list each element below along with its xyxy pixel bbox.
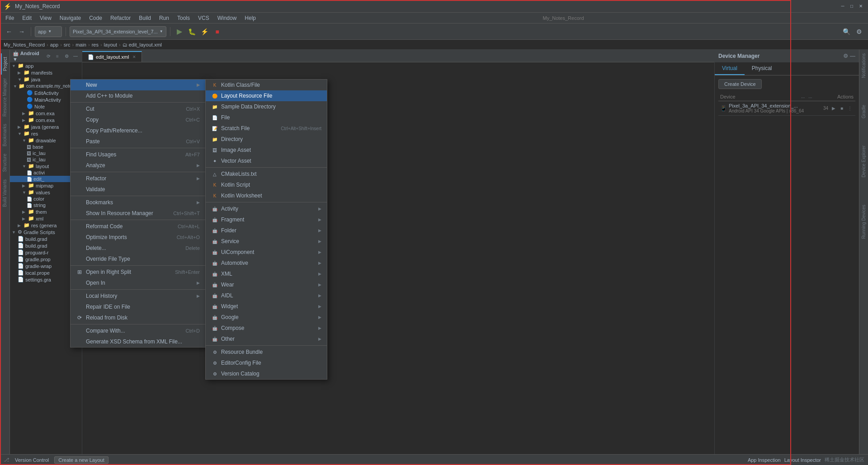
sub-widget[interactable]: 🤖Widget ▶ [206, 301, 327, 312]
sub-file[interactable]: 📄File [206, 112, 327, 123]
maximize-button[interactable]: □ [848, 3, 855, 10]
structure-tab[interactable]: Structure [1, 150, 8, 176]
ctx-copy-path[interactable]: Copy Path/Reference... [71, 125, 205, 136]
search-everywhere-button[interactable]: 🔍 [841, 26, 852, 37]
sub-kotlin-class[interactable]: KKotlin Class/File [206, 80, 327, 90]
sub-fragment[interactable]: 🤖Fragment ▶ [206, 214, 327, 225]
sub-compose[interactable]: 🤖Compose ▶ [206, 323, 327, 333]
menu-window[interactable]: Window [214, 14, 241, 22]
sub-wear[interactable]: 🤖Wear ▶ [206, 279, 327, 290]
device-stop-icon[interactable]: ■ [838, 105, 845, 112]
menu-build[interactable]: Build [135, 14, 155, 22]
build-variants-tab[interactable]: Build Variants [1, 176, 8, 211]
ctx-new[interactable]: New ▶ [71, 80, 205, 90]
create-layout-button[interactable]: Create a new Layout [54, 456, 108, 464]
device-menu-icon[interactable]: ⋮ [846, 105, 854, 112]
menu-help[interactable]: Help [241, 14, 259, 22]
close-button[interactable]: ✕ [857, 3, 864, 10]
breadcrumb-part-2[interactable]: src [64, 42, 71, 47]
sub-version-catalog[interactable]: ⚙Version Catalog [206, 368, 327, 379]
sub-automotive[interactable]: 🤖Automotive ▶ [206, 258, 327, 268]
sub-aidl[interactable]: 🤖AIDL ▶ [206, 290, 327, 301]
bookmarks-tab[interactable]: Bookmarks [1, 120, 8, 150]
ctx-refactor[interactable]: Refactor ▶ [71, 173, 205, 184]
profile-button[interactable]: ⚡ [199, 26, 210, 37]
running-devices-tab[interactable]: Running Devices [861, 205, 866, 239]
forward-button[interactable]: → [16, 26, 27, 37]
menu-view[interactable]: View [36, 14, 55, 22]
device-play-icon[interactable]: ▶ [830, 105, 837, 112]
ctx-open-right-split[interactable]: ⊞Open in Right Split Shift+Enter [71, 267, 205, 277]
sub-kotlin-worksheet[interactable]: KKotlin Worksheet [206, 190, 327, 201]
ctx-local-history[interactable]: Local History ▶ [71, 291, 205, 301]
ctx-delete[interactable]: Delete... Delete [71, 243, 205, 254]
sub-kotlin-script[interactable]: KKotlin Script [206, 179, 327, 190]
editor-tab-edit-layout[interactable]: 📄 edit_layout.xml ✕ [82, 51, 142, 62]
gradle-tab[interactable]: Gradle [861, 105, 866, 118]
ctx-compare-with[interactable]: Compare With... Ctrl+D [71, 325, 205, 336]
tab-physical[interactable]: Physical [745, 62, 779, 75]
sub-other[interactable]: 🤖Other ▶ [206, 333, 327, 344]
breadcrumb-part-0[interactable]: My_Notes_Record [4, 42, 45, 47]
breadcrumb-part-5[interactable]: layout [104, 42, 117, 47]
breadcrumb-part-3[interactable]: main [75, 42, 86, 47]
sub-image-asset[interactable]: 🖼Image Asset [206, 145, 327, 155]
menu-file[interactable]: File [2, 14, 18, 22]
sub-editorconfig[interactable]: ⚙EditorConfig File [206, 357, 327, 368]
settings-button[interactable]: ⚙ [854, 26, 864, 37]
ctx-copy[interactable]: Copy Ctrl+C [71, 114, 205, 125]
back-button[interactable]: ← [4, 26, 14, 37]
stop-button[interactable]: ■ [212, 26, 223, 37]
device-explorer-tab[interactable]: Device Explorer [861, 146, 866, 178]
breadcrumb-part-4[interactable]: res [92, 42, 99, 47]
device-selector[interactable]: Pixel_3a_API_34_extension_level_7... ▼ [70, 26, 166, 37]
layout-inspector-label[interactable]: Layout Inspector [784, 457, 821, 463]
ctx-add-cpp[interactable]: Add C++ to Module [71, 90, 205, 101]
ctx-reformat-code[interactable]: Reformat Code Ctrl+Alt+L [71, 221, 205, 232]
sync-icon[interactable]: ⟳ [45, 52, 52, 60]
ctx-paste[interactable]: Paste Ctrl+V [71, 136, 205, 147]
menu-refactor[interactable]: Refactor [107, 14, 134, 22]
device-manager-settings-icon[interactable]: ⚙ [843, 53, 848, 59]
tab-close-icon[interactable]: ✕ [132, 55, 136, 59]
sub-activity[interactable]: 🤖Activity ▶ [206, 203, 327, 214]
ctx-find-usages[interactable]: Find Usages Alt+F7 [71, 149, 205, 160]
menu-run[interactable]: Run [156, 14, 173, 22]
app-selector[interactable]: app ▼ [35, 26, 62, 37]
sub-scratch-file[interactable]: 📝Scratch File Ctrl+Alt+Shift+Insert [206, 123, 327, 134]
sub-google[interactable]: 🤖Google ▶ [206, 312, 327, 323]
minimize-button[interactable]: ─ [839, 3, 846, 10]
breadcrumb-part-6[interactable]: 🗂 edit_layout.xml [123, 42, 162, 47]
ctx-open-in[interactable]: Open In ▶ [71, 277, 205, 288]
notifications-tab[interactable]: Notifications [861, 53, 866, 78]
sub-xml[interactable]: 🤖XML ▶ [206, 268, 327, 279]
ctx-show-resource-manager[interactable]: Show In Resource Manager Ctrl+Shift+T [71, 208, 205, 219]
debug-button[interactable]: 🐛 [187, 26, 198, 37]
device-manager-close-icon[interactable]: — [850, 53, 855, 59]
breadcrumb-part-1[interactable]: app [50, 42, 58, 47]
filter-icon[interactable]: ⚙ [63, 52, 70, 60]
ctx-repair-ide[interactable]: Repair IDE on File [71, 301, 205, 312]
menu-code[interactable]: Code [85, 14, 106, 22]
menu-vcs[interactable]: VCS [194, 14, 213, 22]
list-icon[interactable]: ≡ [54, 52, 61, 60]
ctx-optimize-imports[interactable]: Optimize Imports Ctrl+Alt+O [71, 232, 205, 243]
ctx-cut[interactable]: Cut Ctrl+X [71, 103, 205, 114]
ctx-analyze[interactable]: Analyze ▶ [71, 160, 205, 171]
project-tab[interactable]: Project [1, 53, 9, 75]
sub-vector-asset[interactable]: ✦Vector Asset [206, 155, 327, 166]
sub-layout-resource-file[interactable]: 🟠Layout Resource File [206, 90, 327, 101]
sub-uicomponent[interactable]: 🤖UiComponent ▶ [206, 247, 327, 258]
ctx-override-file-type[interactable]: Override File Type [71, 254, 205, 264]
app-inspection-label[interactable]: App Inspection [748, 457, 781, 463]
ctx-bookmarks[interactable]: Bookmarks ▶ [71, 197, 205, 208]
run-button[interactable]: ▶ [174, 26, 185, 37]
tree-item-manifests[interactable]: ▶ 📁 manifests [10, 69, 82, 76]
tab-virtual[interactable]: Virtual [715, 62, 745, 75]
menu-tools[interactable]: Tools [174, 14, 193, 22]
create-device-button[interactable]: Create Device [718, 79, 762, 89]
sub-service[interactable]: 🤖Service ▶ [206, 236, 327, 247]
version-control-label[interactable]: Version Control [15, 457, 49, 463]
sub-directory[interactable]: 📁Directory [206, 134, 327, 145]
menu-navigate[interactable]: Navigate [56, 14, 85, 22]
